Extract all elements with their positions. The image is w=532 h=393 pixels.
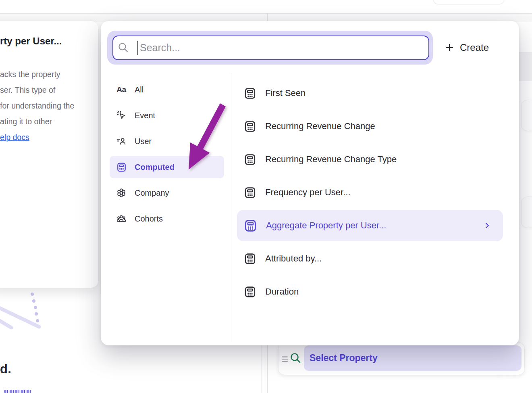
property-item-label: Attributed by... bbox=[265, 253, 322, 264]
cohorts-icon bbox=[116, 213, 127, 224]
calculator-icon bbox=[243, 186, 257, 199]
chevron-right-icon bbox=[483, 221, 492, 230]
tooltip-title: rty per User... bbox=[0, 36, 62, 47]
category-label: Computed bbox=[135, 163, 175, 172]
text-caret bbox=[137, 41, 138, 55]
plus-icon bbox=[444, 42, 455, 53]
property-item-frequency-per-user[interactable]: Frequency per User... bbox=[237, 177, 503, 208]
calculator-icon bbox=[243, 120, 257, 133]
category-cohorts[interactable]: Cohorts bbox=[110, 207, 224, 230]
calculator-icon bbox=[243, 219, 258, 233]
toolbar-vertical-divider bbox=[267, 14, 268, 22]
property-description-tooltip: rty per User... acks the property ser. T… bbox=[0, 21, 98, 288]
create-button[interactable]: Create bbox=[444, 40, 489, 56]
category-computed[interactable]: Computed bbox=[110, 156, 224, 178]
property-slot-card: Select Property bbox=[278, 342, 525, 375]
sidebar-list-divider bbox=[231, 73, 231, 342]
drag-handle-icon[interactable] bbox=[282, 355, 289, 363]
category-all[interactable]: Aa All bbox=[110, 78, 224, 101]
category-event[interactable]: Event bbox=[110, 104, 224, 127]
property-item-aggregate-property-per-user[interactable]: Aggregate Property per User... bbox=[237, 210, 503, 241]
category-company[interactable]: Company bbox=[110, 182, 224, 204]
property-item-recurring-revenue-change-type[interactable]: Recurring Revenue Change Type bbox=[237, 144, 503, 175]
category-label: User bbox=[135, 137, 152, 146]
property-item-label: First Seen bbox=[265, 88, 305, 98]
event-cursor-icon bbox=[116, 110, 127, 121]
clipped-link-fragment bbox=[4, 390, 31, 393]
property-item-duration[interactable]: Duration bbox=[237, 276, 503, 307]
calculator-icon bbox=[116, 161, 127, 173]
text-type-icon: Aa bbox=[116, 85, 127, 94]
property-item-label: Aggregate Property per User... bbox=[266, 220, 386, 231]
category-label: Event bbox=[135, 111, 155, 120]
property-item-label: Frequency per User... bbox=[265, 187, 351, 198]
property-item-recurring-revenue-change[interactable]: Recurring Revenue Change bbox=[237, 111, 503, 142]
calculator-icon bbox=[243, 285, 257, 299]
user-icon bbox=[116, 136, 127, 147]
category-label: Company bbox=[135, 188, 169, 198]
category-label: Cohorts bbox=[135, 214, 163, 224]
category-label: All bbox=[135, 85, 143, 94]
property-item-first-seen[interactable]: First Seen bbox=[237, 77, 503, 109]
company-icon bbox=[116, 187, 127, 199]
decorative-chart-illustration bbox=[0, 287, 52, 334]
tooltip-body-line: for understanding the bbox=[0, 98, 74, 114]
property-selector-modal: Create Aa All Event bbox=[101, 21, 519, 345]
select-property-label: Select Property bbox=[310, 353, 378, 364]
top-toolbar-band bbox=[0, 14, 532, 22]
bottom-vertical-divider bbox=[267, 345, 268, 393]
tooltip-body-line: ating it to other bbox=[0, 114, 74, 130]
clipped-heading-fragment: d. bbox=[0, 362, 11, 376]
help-docs-link[interactable]: elp docs bbox=[0, 130, 29, 145]
property-item-label: Duration bbox=[265, 286, 299, 297]
property-item-attributed-by[interactable]: Attributed by... bbox=[237, 243, 503, 274]
background-card-fragment bbox=[521, 100, 532, 131]
select-property-button[interactable]: Select Property bbox=[304, 345, 522, 371]
background-card-fragment bbox=[521, 196, 532, 228]
property-item-label: Recurring Revenue Change Type bbox=[265, 154, 397, 165]
create-button-label: Create bbox=[460, 42, 489, 53]
tooltip-body-line: acks the property bbox=[0, 67, 74, 82]
search-property-icon bbox=[289, 351, 303, 365]
calculator-icon bbox=[243, 252, 257, 265]
bottom-vertical-divider-faint bbox=[261, 345, 262, 393]
property-item-label: Recurring Revenue Change bbox=[265, 121, 375, 132]
search-input[interactable] bbox=[112, 36, 429, 60]
tooltip-body: acks the property ser. This type of for … bbox=[0, 67, 74, 145]
calculator-icon bbox=[243, 153, 257, 166]
tooltip-body-line: ser. This type of bbox=[0, 82, 74, 98]
background-panel-fragment bbox=[519, 52, 532, 81]
calculator-icon bbox=[243, 87, 257, 100]
partial-top-button[interactable] bbox=[433, 0, 505, 4]
screen: d. rty per User... acks the property ser… bbox=[0, 0, 532, 393]
category-user[interactable]: User bbox=[110, 130, 224, 153]
